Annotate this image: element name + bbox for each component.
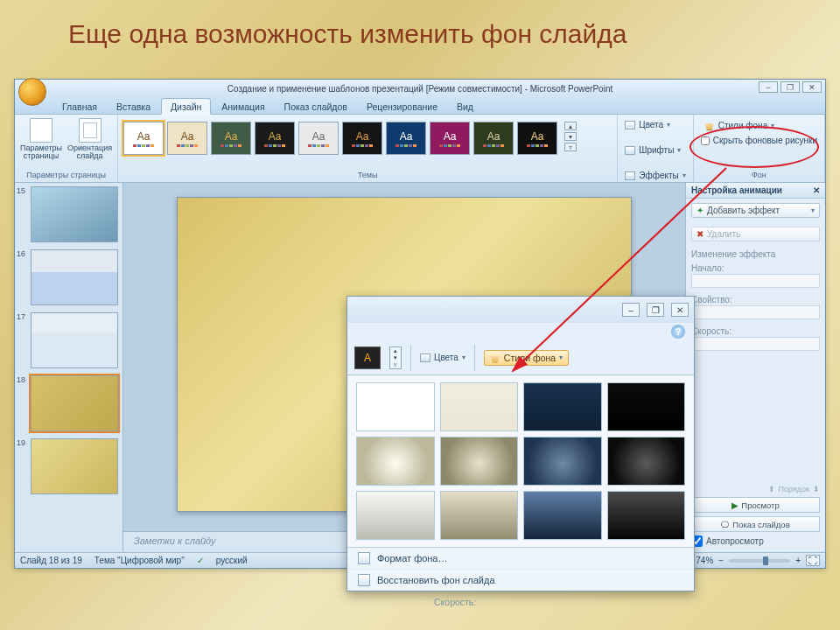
themes-gallery[interactable]: AaAaAaAaAaAaAaAaAaAa▴▾▿ (123, 118, 612, 155)
add-effect-button[interactable]: ✦ Добавить эффект▾ (691, 203, 820, 218)
tab-дизайн[interactable]: Дизайн (161, 98, 211, 115)
effects-icon (625, 172, 635, 180)
language-indicator[interactable]: русский (216, 556, 248, 565)
theme-fonts-button[interactable]: Шрифты▾ (625, 145, 685, 155)
background-style-swatch[interactable] (607, 437, 686, 486)
background-style-swatch[interactable] (356, 437, 435, 486)
reorder-label: Порядок (779, 485, 809, 494)
fit-to-window-button[interactable]: ⛶ (806, 555, 820, 566)
titlebar: Создание и применение шаблонов презентац… (15, 80, 825, 97)
window-controls: – ❐ ✕ (759, 81, 822, 93)
background-style-swatch[interactable] (440, 382, 519, 431)
tab-рецензирование[interactable]: Рецензирование (358, 99, 446, 114)
theme-swatch[interactable]: Aa (298, 122, 339, 155)
theme-swatch[interactable]: Aa (473, 122, 514, 155)
theme-swatch[interactable]: Aa (517, 122, 557, 155)
zoom-percent[interactable]: 74% (696, 556, 713, 565)
tab-вид[interactable]: Вид (448, 99, 482, 114)
start-dropdown[interactable] (691, 274, 820, 288)
tab-вставка[interactable]: Вставка (108, 99, 159, 114)
background-style-swatch[interactable] (607, 491, 686, 540)
remove-effect-button[interactable]: ✖ Удалить (691, 227, 820, 242)
animation-task-pane: Настройка анимации ✕ ✦ Добавить эффект▾ … (685, 183, 825, 552)
property-dropdown[interactable] (691, 305, 820, 319)
slide-orientation-button[interactable]: Ориентация слайда (67, 118, 112, 161)
background-styles-gallery[interactable] (347, 375, 694, 547)
theme-colors-button[interactable]: Цвета▾ (625, 120, 685, 130)
theme-variants-group: Цвета▾ Шрифты▾ Эффекты▾ (618, 115, 693, 182)
format-background-menuitem[interactable]: Формат фона… (347, 548, 694, 569)
background-style-swatch[interactable] (356, 491, 435, 540)
theme-swatch[interactable]: Aa (211, 122, 251, 155)
popup-footer: Формат фона… Восстановить фон слайда (347, 547, 694, 591)
slide-thumbnails-panel[interactable]: 1516171819 (15, 183, 123, 552)
popup-minimize-button[interactable]: – (622, 303, 640, 317)
autopreview-checkbox[interactable]: Автопросмотр (691, 536, 820, 547)
hide-background-graphics-checkbox[interactable]: Скрыть фоновые рисунки (701, 136, 817, 145)
slide-thumbnail[interactable]: 16 (18, 249, 119, 305)
slideshow-button[interactable]: 🖵Показ слайдов (691, 516, 820, 532)
zoom-slider[interactable] (729, 559, 790, 563)
background-style-swatch[interactable] (440, 437, 519, 486)
background-group-label: Фон (701, 171, 817, 180)
popup-restore-button[interactable]: ❐ (647, 303, 664, 317)
bucket-icon (704, 120, 715, 130)
window-title: Создание и применение шаблонов презентац… (228, 84, 613, 94)
theme-swatch[interactable]: Aa (386, 122, 426, 155)
slide-thumbnail[interactable]: 18 (18, 375, 119, 431)
zoom-in-button[interactable]: + (795, 556, 801, 565)
task-pane-close-icon[interactable]: ✕ (813, 186, 820, 195)
play-button[interactable]: ▶Просмотр (691, 497, 820, 513)
fonts-icon (625, 146, 635, 155)
reset-icon (358, 574, 370, 586)
ribbon-tabs: ГлавнаяВставкаДизайнАнимацияПоказ слайдо… (15, 97, 825, 115)
help-icon[interactable]: ? (671, 325, 685, 339)
start-label: Начало: (691, 263, 820, 273)
slide-thumbnail[interactable]: 17 (18, 312, 119, 368)
ribbon: Параметры страницы Ориентация слайда Пар… (15, 115, 825, 183)
popup-titlebar: – ❐ ✕ (347, 297, 694, 323)
popup-colors-button[interactable]: Цвета▾ (420, 353, 466, 362)
theme-effects-button[interactable]: Эффекты▾ (625, 171, 685, 180)
remove-icon: ✖ (696, 229, 704, 239)
theme-gallery-scroll[interactable]: ▴▾▿ (389, 346, 402, 369)
speed-dropdown[interactable] (691, 337, 820, 351)
tab-показ слайдов[interactable]: Показ слайдов (276, 99, 356, 114)
maximize-button[interactable]: ❐ (780, 81, 800, 93)
theme-thumb-icon: A (354, 346, 381, 369)
theme-swatch[interactable]: Aa (430, 122, 470, 155)
tab-анимация[interactable]: Анимация (213, 99, 273, 114)
theme-swatch[interactable]: Aa (255, 122, 295, 155)
slide-thumbnail[interactable]: 15 (18, 186, 119, 242)
popup-close-button[interactable]: ✕ (671, 303, 689, 317)
theme-swatch[interactable]: Aa (342, 122, 382, 155)
close-button[interactable]: ✕ (802, 81, 822, 93)
themes-scroll-button[interactable]: ▿ (564, 143, 577, 151)
themes-scroll-button[interactable]: ▴ (564, 122, 577, 130)
background-style-swatch[interactable] (356, 382, 435, 431)
spellcheck-icon[interactable]: ✓ (197, 556, 204, 565)
slide-thumbnail[interactable]: 19 (18, 438, 119, 494)
themes-group: AaAaAaAaAaAaAaAaAaAa▴▾▿ Темы (118, 115, 618, 182)
theme-swatch[interactable]: Aa (167, 122, 207, 155)
themes-scroll-button[interactable]: ▾ (564, 132, 577, 141)
theme-swatch[interactable]: Aa (123, 122, 164, 155)
popup-background-styles-button[interactable]: Стили фона▾ (484, 350, 569, 366)
zoom-out-button[interactable]: − (718, 556, 724, 565)
tab-главная[interactable]: Главная (53, 99, 106, 114)
play-icon: ▶ (732, 500, 738, 510)
background-style-swatch[interactable] (523, 491, 602, 540)
background-style-swatch[interactable] (523, 382, 602, 431)
star-icon: ✦ (696, 206, 704, 215)
background-style-swatch[interactable] (523, 437, 602, 486)
speed-label: Скорость: (691, 326, 820, 336)
office-button[interactable] (18, 78, 46, 106)
background-style-swatch[interactable] (607, 382, 686, 431)
background-style-swatch[interactable] (440, 491, 519, 540)
page-setup-button[interactable]: Параметры страницы (20, 118, 62, 161)
background-styles-popup: – ❐ ✕ ? A ▴▾▿ Цвета▾ Стили фона▾ Формат … (346, 296, 695, 592)
minimize-button[interactable]: – (759, 81, 778, 93)
bucket-icon (490, 353, 500, 363)
reset-background-menuitem[interactable]: Восстановить фон слайда (347, 569, 694, 591)
background-styles-button[interactable]: Стили фона▾ (701, 118, 817, 132)
